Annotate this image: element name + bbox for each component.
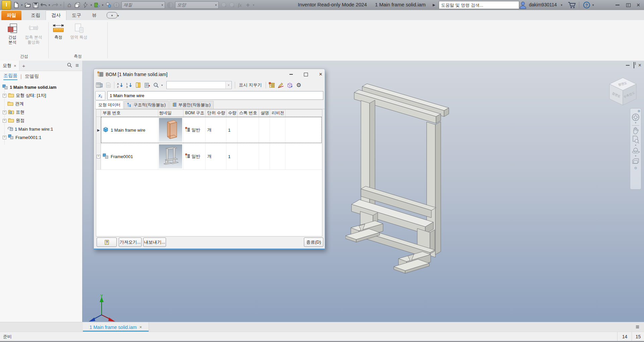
bom-view-options-icon[interactable]	[95, 81, 103, 89]
viewcube[interactable]: 평면도 정면도 우측면도	[607, 76, 638, 107]
tab-assemble[interactable]: 조립	[25, 11, 46, 20]
col-bom-structure[interactable]: BOM 구조	[183, 110, 206, 117]
browser-add-tab-button[interactable]: +	[19, 63, 28, 69]
virtual-component-icon[interactable]	[286, 81, 294, 89]
expand-icon[interactable]: +	[3, 94, 6, 97]
bom-dialog[interactable]: BOM [1 Main frame solid.iam] × A2 13 ▾ ▾…	[94, 69, 325, 250]
appearance-icon[interactable]	[104, 1, 112, 9]
look-at-icon[interactable]	[631, 157, 640, 165]
ilogic-caret[interactable]: ▾	[90, 3, 93, 7]
browser-menu-icon[interactable]: ≡	[75, 62, 79, 69]
help-icon[interactable]: ?	[583, 1, 590, 10]
row-selector[interactable]: ▶	[96, 117, 101, 143]
help-search-input[interactable]	[439, 1, 519, 9]
bom-row-wire[interactable]: ▶ 1 Main frame wire 일반 개 1	[96, 117, 322, 143]
navbar-caret[interactable]: ▾	[635, 122, 636, 124]
bom-settings-gear-icon[interactable]: ⚙	[295, 81, 303, 89]
tree-item-wire-part[interactable]: 1 Main frame wire:1	[7, 125, 53, 133]
tree-item-model-states[interactable]: + 모형 상태: [1차]	[3, 92, 46, 99]
interference-analysis-button[interactable]: 간섭 분석	[3, 22, 22, 45]
new-file-icon[interactable]	[12, 1, 20, 9]
tree-item-origin[interactable]: + 원점	[3, 117, 24, 124]
structure-tree-icon[interactable]	[268, 81, 276, 89]
row-selector[interactable]: +	[96, 143, 101, 169]
frame-3d-model[interactable]	[345, 71, 456, 293]
copy-view-icon[interactable]	[73, 1, 82, 9]
navbar-collapse-icon[interactable]: ⊖	[634, 166, 637, 170]
inventor-logo-icon[interactable]: I	[2, 0, 11, 10]
bom-help-button[interactable]: ?	[97, 237, 117, 247]
store-cart-icon[interactable]	[568, 1, 576, 10]
tab-model-data[interactable]: 모형 데이터	[95, 100, 123, 109]
tab-tools[interactable]: 도구	[66, 11, 87, 20]
titlebar-arrow-icon[interactable]: ▶	[433, 3, 435, 7]
expand-icon[interactable]: +	[3, 136, 6, 139]
bom-row-frame0001[interactable]: + Frame0001 일반 개 1	[96, 143, 322, 170]
bom-import-button[interactable]: 가져오기...	[119, 237, 142, 247]
browser-search-icon[interactable]	[67, 63, 72, 69]
tree-item-relationships[interactable]: 관계	[7, 100, 24, 108]
ilogic-icon[interactable]	[82, 1, 90, 9]
browser-tab-model[interactable]: 모형 ×	[0, 61, 19, 71]
edit-disabled-icon[interactable]	[277, 81, 285, 89]
navbar-close-icon[interactable]: ⊗	[638, 110, 640, 113]
expand-icon[interactable]: +	[3, 111, 6, 114]
tab-file[interactable]: 파일	[1, 11, 21, 20]
navbar-caret[interactable]: ▾	[635, 155, 636, 157]
material-caret[interactable]: ▾	[101, 3, 104, 7]
username[interactable]: dakim930114	[529, 2, 557, 7]
tab-parts-only[interactable]: 부품만(작동불능)	[169, 101, 214, 109]
bom-close-icon[interactable]: ×	[313, 70, 328, 79]
bom-title-bar[interactable]: BOM [1 Main frame solid.iam] ×	[94, 69, 328, 80]
bom-maximize-icon[interactable]	[299, 70, 313, 79]
tab-structured[interactable]: 구조적(작동불능)	[124, 101, 169, 109]
navigation-bar[interactable]: ⊗ ▾ ▾ ▾ ⊖	[630, 108, 641, 190]
tab-assembly-view[interactable]: 조립품	[3, 73, 17, 80]
rename-variable-icon[interactable]: x₁	[95, 91, 105, 100]
tree-item-root[interactable]: 1 Main frame solid.iam	[2, 83, 56, 91]
col-unit-qty[interactable]: 단위 수량	[206, 110, 226, 117]
doc-close-icon[interactable]: ×	[638, 62, 641, 68]
measure-button[interactable]: 측정	[50, 22, 66, 40]
doc-restore-icon[interactable]	[634, 62, 634, 68]
appearance-combo-caret[interactable]: ▾	[215, 3, 217, 7]
navigation-wheel-icon[interactable]	[631, 113, 640, 122]
tree-item-representations[interactable]: + 표현	[3, 109, 24, 116]
sort-numeric-icon[interactable]: 13	[125, 81, 133, 89]
renumber-icon[interactable]	[134, 81, 142, 89]
bom-done-button[interactable]: 종료(D)	[304, 237, 323, 247]
row-expand-icon[interactable]: +	[97, 155, 100, 158]
help-caret[interactable]: ▾	[592, 3, 596, 7]
user-avatar-icon[interactable]	[519, 1, 527, 10]
col-description[interactable]: 설명	[259, 110, 270, 117]
doc-minimize-icon[interactable]	[626, 65, 630, 66]
new-file-caret[interactable]: ▾	[20, 3, 23, 7]
tree-item-frame0001[interactable]: + Frame0001:1	[3, 134, 41, 141]
find-icon[interactable]	[152, 81, 160, 89]
browser-tab-close-icon[interactable]: ×	[14, 63, 16, 68]
col-stock-number[interactable]: 스톡 번호	[237, 110, 259, 117]
zoom-icon[interactable]	[632, 135, 640, 144]
ribbon-collapse-icon[interactable]: ▲	[107, 12, 117, 18]
material-combo-caret[interactable]: ▾	[161, 3, 163, 7]
user-menu-caret[interactable]: ▾	[561, 3, 564, 7]
tab-view[interactable]: 뷰	[87, 11, 102, 20]
col-thumbnail[interactable]: 썸네일	[158, 110, 183, 117]
close-button[interactable]: ×	[633, 1, 643, 9]
appearance-combo[interactable]: 모양▾	[175, 1, 219, 9]
expand-icon[interactable]: +	[3, 119, 6, 123]
orbit-icon[interactable]	[631, 147, 640, 155]
save-icon[interactable]	[32, 1, 40, 9]
document-tab-close-icon[interactable]: ×	[140, 325, 142, 330]
restore-button[interactable]	[623, 1, 633, 9]
tab-modeling-view[interactable]: 모델링	[25, 73, 39, 79]
document-tab[interactable]: 1 Main frame solid.iam ×	[83, 322, 149, 332]
find-caret[interactable]: ▾	[161, 84, 164, 87]
undo-caret[interactable]: ▾	[48, 3, 51, 7]
material-combo[interactable]: 재질▾	[121, 1, 165, 9]
part-number-merge-icon[interactable]	[143, 81, 151, 89]
part-number-edit-input[interactable]	[107, 91, 323, 100]
sort-ascending-icon[interactable]: A2	[116, 81, 124, 89]
minimize-button[interactable]	[612, 1, 623, 9]
tabbar-menu-icon[interactable]: ≡	[636, 323, 639, 331]
